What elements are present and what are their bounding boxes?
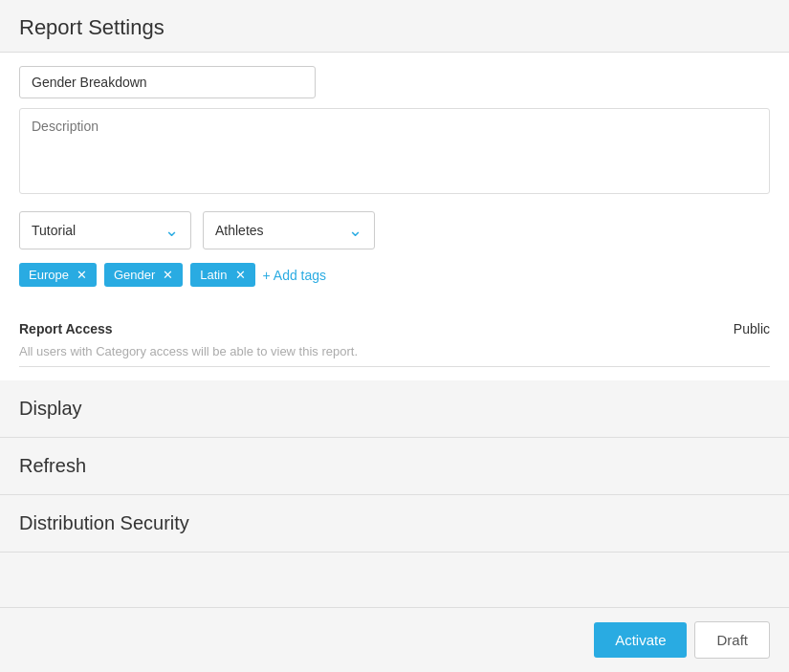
form-section: Tutorial ⌄ Athletes ⌄ Europe ✕ Gender ✕ … — [0, 53, 789, 312]
page-container: Report Settings Tutorial ⌄ Athletes ⌄ Eu… — [0, 0, 789, 672]
display-section: Display — [0, 380, 789, 437]
report-access-value: Public — [734, 321, 770, 336]
distribution-security-label: Distribution Security — [19, 512, 770, 534]
refresh-label: Refresh — [19, 455, 770, 477]
dropdown-athletes-value: Athletes — [215, 223, 264, 238]
tag-europe: Europe ✕ — [19, 263, 97, 287]
tag-gender: Gender ✕ — [104, 263, 183, 287]
tag-latin: Latin ✕ — [190, 263, 254, 287]
add-tags-link[interactable]: + Add tags — [263, 268, 327, 283]
bottom-bar: Activate Draft — [0, 607, 789, 672]
report-access-row: Report Access Public — [19, 312, 770, 340]
refresh-section: Refresh — [0, 438, 789, 494]
draft-button[interactable]: Draft — [694, 621, 770, 659]
report-access-left: Report Access — [19, 321, 113, 336]
divider-access — [19, 366, 770, 367]
tag-gender-close[interactable]: ✕ — [163, 269, 173, 281]
activate-button[interactable]: Activate — [594, 622, 687, 658]
tag-gender-label: Gender — [114, 268, 155, 282]
dropdown-tutorial[interactable]: Tutorial ⌄ — [19, 211, 191, 249]
dropdowns-row: Tutorial ⌄ Athletes ⌄ — [19, 211, 770, 249]
report-access-desc: All users with Category access will be a… — [19, 344, 770, 358]
display-label: Display — [19, 398, 770, 420]
description-textarea[interactable] — [19, 108, 770, 194]
access-section: Report Access Public All users with Cate… — [0, 312, 789, 380]
distribution-security-section: Distribution Security — [0, 495, 789, 552]
tag-latin-label: Latin — [200, 268, 227, 282]
dropdown-tutorial-value: Tutorial — [32, 223, 76, 238]
tag-europe-close[interactable]: ✕ — [77, 269, 87, 281]
report-access-label: Report Access — [19, 321, 113, 336]
chevron-down-icon: ⌄ — [164, 220, 179, 241]
tag-europe-label: Europe — [29, 268, 69, 282]
page-title: Report Settings — [0, 0, 789, 52]
report-title-input[interactable] — [19, 66, 316, 98]
tag-latin-close[interactable]: ✕ — [235, 269, 246, 281]
dropdown-athletes[interactable]: Athletes ⌄ — [203, 211, 375, 249]
chevron-down-icon-2: ⌄ — [348, 220, 362, 241]
tags-row: Europe ✕ Gender ✕ Latin ✕ + Add tags — [19, 263, 770, 287]
